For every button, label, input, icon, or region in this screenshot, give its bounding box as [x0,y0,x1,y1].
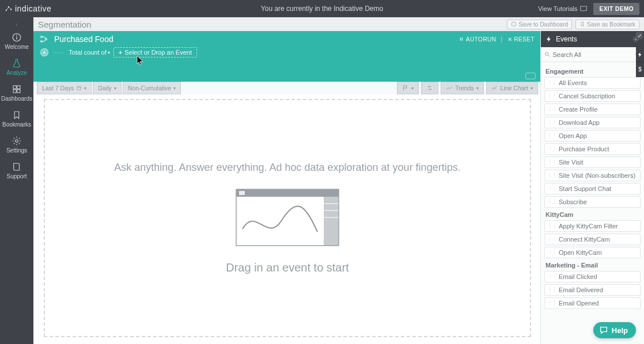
nav-analyze[interactable]: Analyze [0,55,33,81]
swap-icon [426,85,433,91]
brand-logo: indicative [5,4,51,13]
svg-rect-6 [13,86,16,89]
drag-grip-icon: ⋮⋮ [547,236,556,242]
event-item[interactable]: ⋮⋮Download App [544,117,641,128]
event-item-label: Connect KittyCam [559,236,610,243]
event-item-label: Subscribe [559,198,587,205]
svg-rect-21 [236,189,339,197]
drag-grip-icon: ⋮⋮ [547,287,556,293]
event-item-label: Cancel Subscription [559,93,615,100]
autorun-toggle[interactable]: AUTORUN [459,36,497,43]
event-item-label: Create Profile [559,106,597,113]
event-item[interactable]: ⋮⋮All Events [544,77,641,89]
event-item[interactable]: ⋮⋮Site Visit [544,156,641,168]
event-group-header: Engagement [545,68,639,75]
query-name[interactable]: Purchased Food [54,35,113,44]
nav-support[interactable]: Support [0,158,33,184]
close-x-icon: ✕ [507,36,513,43]
nav-back-chevron[interactable]: ‹ [0,20,33,29]
flag-button[interactable]: ▾ [397,82,419,94]
event-item[interactable]: ⋮⋮Create Profile [544,104,641,115]
chat-bubble-icon [599,326,608,335]
event-item-label: Download App [559,119,600,126]
drag-grip-icon: ⋮⋮ [547,300,556,306]
pause-icon [459,36,464,42]
event-item[interactable]: ⋮⋮Open App [544,130,641,142]
event-item-label: Email Clicked [559,273,597,280]
connector-dots-icon: ······ [53,50,64,55]
save-as-bookmark-button[interactable]: Save as Bookmark [575,20,639,29]
exit-demo-button[interactable]: EXIT DEMO [593,3,639,15]
events-search-input[interactable] [553,51,632,58]
chevron-down-icon: ▾ [476,86,479,91]
chart-drop-zone[interactable]: Ask anything. Answer everything. Ad hoc … [44,99,531,337]
drag-grip-icon: ⋮⋮ [547,80,556,86]
topbar: indicative You are currently in the Indi… [0,0,644,17]
canvas-tagline: Ask anything. Answer everything. Ad hoc … [114,162,460,174]
events-title: Events [556,35,577,43]
drag-grip-icon: ⋮⋮ [547,274,556,280]
events-search-row [541,47,644,62]
calendar-icon [76,85,82,91]
save-to-dashboard-button[interactable]: Save to Dashboard [507,20,572,29]
reset-button[interactable]: ✕ RESET [507,36,535,43]
events-panel-header: Events ⤢ [541,31,644,47]
drag-grip-icon: ⋮⋮ [547,186,556,192]
svg-line-29 [548,55,550,57]
chevron-down-icon: ▾ [114,86,116,91]
flask-icon [12,58,22,68]
empty-chart-illustration-icon [236,189,339,246]
dashboard-icon [511,21,517,27]
event-item[interactable]: ⋮⋮Purchase Product [544,143,641,155]
event-item[interactable]: ⋮⋮Connect KittyCam [544,234,641,245]
event-item[interactable]: ⋮⋮Subscribe [544,196,641,208]
granularity-picker[interactable]: Daily ▾ [93,82,121,94]
bookmark-small-icon [579,21,585,27]
book-icon [12,162,22,172]
lightning-tab-icon [637,52,643,58]
chart-type-picker[interactable]: Line Chart ▾ [486,82,538,94]
panel-tab-money[interactable]: $ [636,62,644,77]
nav-settings[interactable]: Settings [0,132,33,158]
help-widget[interactable]: Help [593,322,636,338]
event-drop-target[interactable]: + Select or Drop an Event [113,47,197,58]
panel-tab-events[interactable] [636,47,644,62]
trends-button[interactable]: Trends ▾ [441,82,483,94]
event-item[interactable]: ⋮⋮Start Support Chat [544,183,641,194]
event-item[interactable]: ⋮⋮Email Opened [544,297,641,309]
series-a-badge[interactable]: A [40,48,48,56]
event-item-label: Site Visit (Non-subscribers) [559,172,635,179]
event-item[interactable]: ⋮⋮Email Clicked [544,271,641,282]
page-header: Segmentation Save to Dashboard Save as B… [33,17,644,31]
flag-icon [402,85,409,91]
event-item-label: Start Support Chat [559,185,611,192]
left-nav: ‹ Welcome Analyze Dashboards Bookmarks S… [0,17,33,344]
view-tutorials-link[interactable]: View Tutorials [538,5,588,13]
panel-tab-strip: $ [636,47,644,77]
date-range-picker[interactable]: Last 7 Days ▾ [37,82,92,94]
nav-bookmarks[interactable]: Bookmarks [0,106,33,132]
event-item[interactable]: ⋮⋮Site Visit (Non-subscribers) [544,170,641,181]
event-item-label: Email Opened [559,300,599,307]
demo-banner: You are currently in the Indicative Demo [261,5,383,13]
event-item-label: Open KittyCam [559,249,602,256]
count-type-dropdown[interactable]: Total count of ▾ [69,49,109,56]
event-item-label: Open App [559,132,587,139]
svg-point-5 [16,35,17,36]
event-item-label: All Events [559,79,587,86]
event-item[interactable]: ⋮⋮Cancel Subscription [544,90,641,102]
swap-axes-button[interactable] [421,82,438,94]
event-item[interactable]: ⋮⋮Email Delivered [544,284,641,296]
lightning-icon [545,36,552,43]
event-item[interactable]: ⋮⋮Apply KittyCam Filter [544,220,641,232]
event-item[interactable]: ⋮⋮Open KittyCam [544,247,641,258]
event-group-header: Marketing - Email [545,262,639,269]
nav-welcome[interactable]: Welcome [0,29,33,55]
chevron-down-icon: ▾ [173,86,176,91]
drag-grip-icon: ⋮⋮ [547,199,556,205]
cumulative-toggle[interactable]: Non-Cumulative ▾ [123,82,181,94]
nav-dashboards[interactable]: Dashboards [0,81,33,106]
svg-rect-8 [13,90,16,93]
expand-panel-button[interactable]: ⤢ [636,32,643,39]
svg-point-10 [16,140,18,143]
